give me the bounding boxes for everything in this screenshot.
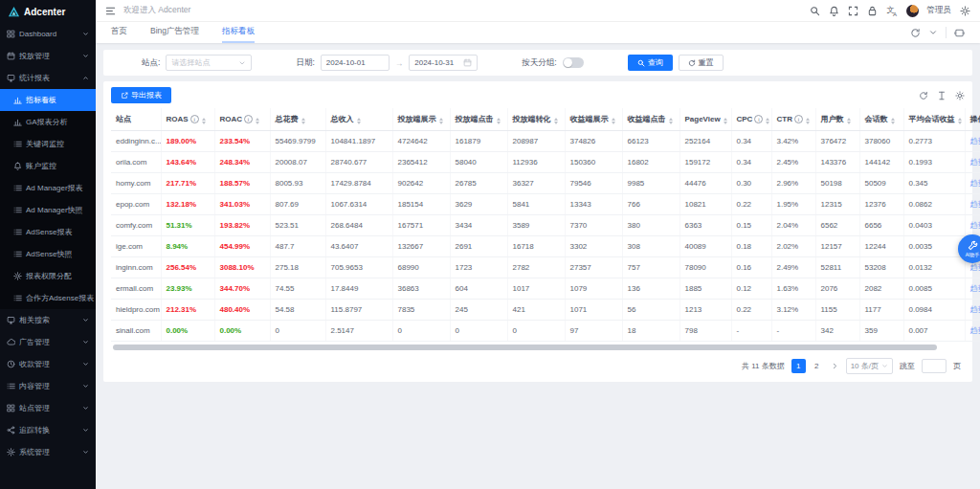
next-page-button[interactable]	[831, 362, 839, 370]
lock-icon[interactable]	[867, 6, 878, 16]
trend-link[interactable]: 趋势	[970, 137, 980, 145]
cell-收益端展示: 150360	[565, 152, 622, 173]
sidebar-item-收款管理[interactable]: 收款管理	[0, 353, 96, 375]
sort-icon[interactable]	[891, 118, 895, 124]
column-header[interactable]: 收益端展示	[565, 108, 622, 131]
page-number-2[interactable]: 2	[810, 359, 824, 373]
sort-icon[interactable]	[669, 118, 673, 124]
sidebar-item-广告管理[interactable]: 广告管理	[0, 331, 96, 353]
column-header[interactable]: PageView	[679, 108, 731, 131]
sort-icon[interactable]	[806, 118, 810, 124]
sidebar-item-统计报表[interactable]: 统计报表	[0, 67, 96, 89]
gear-icon[interactable]	[955, 91, 965, 100]
trend-link[interactable]: 趋势	[970, 200, 980, 209]
sidebar-item-投放管理[interactable]: 投放管理	[0, 45, 96, 67]
sidebar-item-Dashboard[interactable]: Dashboard	[0, 23, 96, 45]
info-icon[interactable]: i	[244, 115, 253, 123]
column-header[interactable]: CPCi	[731, 108, 771, 131]
sidebar-item-Ad Manager报表[interactable]: Ad Manager报表	[0, 177, 96, 199]
info-icon[interactable]: i	[794, 115, 803, 123]
cell-CTR: 2.04%	[771, 215, 815, 236]
sort-icon[interactable]	[847, 118, 851, 124]
sidebar-item-站点管理[interactable]: 站点管理	[0, 397, 96, 419]
chevron-down-icon[interactable]	[928, 28, 938, 37]
trend-link[interactable]: 趋势	[970, 263, 980, 272]
sort-icon[interactable]	[439, 118, 443, 124]
sidebar-item-label: 投放管理	[19, 51, 50, 61]
jump-page-input[interactable]	[922, 359, 947, 373]
search-button[interactable]: 查询	[628, 55, 673, 71]
hamburger-menu-icon[interactable]	[105, 6, 116, 16]
sort-icon[interactable]	[612, 118, 615, 124]
column-label: 投放端展示	[398, 115, 436, 123]
sort-icon[interactable]	[301, 118, 305, 124]
sidebar-item-内容管理[interactable]: 内容管理	[0, 375, 96, 397]
trend-link[interactable]: 趋势	[970, 221, 980, 230]
column-header[interactable]: 总花费	[270, 108, 325, 131]
avatar[interactable]	[906, 5, 919, 17]
sidebar-item-报表权限分配[interactable]: 报表权限分配	[0, 265, 96, 287]
date-to-input[interactable]: 2024-10-31	[409, 55, 478, 71]
sidebar-item-AdSense报表[interactable]: AdSense报表	[0, 221, 96, 243]
column-header[interactable]: 投放端点击	[450, 108, 507, 131]
divider	[946, 27, 947, 38]
row-height-icon[interactable]	[937, 91, 947, 100]
column-header[interactable]: 总收入	[325, 108, 392, 131]
gear-icon[interactable]	[960, 6, 970, 16]
trend-link[interactable]: 趋势	[970, 305, 980, 314]
site-select[interactable]: 请选择站点	[166, 55, 252, 71]
trend-link[interactable]: 趋势	[970, 284, 980, 293]
sort-icon[interactable]	[724, 118, 727, 124]
info-icon[interactable]: i	[190, 115, 199, 123]
info-icon[interactable]: i	[754, 115, 763, 123]
column-header[interactable]: 投放端转化	[507, 108, 565, 131]
sort-icon[interactable]	[256, 118, 259, 124]
sort-icon[interactable]	[958, 118, 962, 124]
date-from-input[interactable]: 2024-10-01	[321, 55, 390, 71]
trend-link[interactable]: 趋势	[970, 158, 980, 167]
maximize-icon[interactable]	[954, 28, 965, 38]
tab-指标看板[interactable]: 指标看板	[222, 22, 255, 43]
sort-icon[interactable]	[357, 118, 361, 124]
sidebar-item-AdSense快照[interactable]: AdSense快照	[0, 243, 96, 265]
column-header[interactable]: CTRi	[771, 108, 815, 131]
sidebar-item-指标看板[interactable]: 指标看板	[0, 89, 96, 111]
tab-Bing广告管理[interactable]: Bing广告管理	[150, 22, 199, 43]
trend-link[interactable]: 趋势	[970, 179, 980, 188]
sidebar-item-相关搜索[interactable]: 相关搜索	[0, 309, 96, 331]
translate-icon[interactable]: 文A	[886, 5, 898, 16]
sort-icon[interactable]	[202, 118, 206, 124]
group-by-day-toggle[interactable]	[563, 57, 584, 68]
fullscreen-icon[interactable]	[848, 6, 858, 16]
tab-首页[interactable]: 首页	[111, 22, 127, 43]
sidebar-item-关键词监控[interactable]: 关键词监控	[0, 133, 96, 155]
sidebar-item-Ad Manager快照[interactable]: Ad Manager快照	[0, 199, 96, 221]
gear-icon	[7, 448, 15, 456]
sidebar-item-账户监控[interactable]: 账户监控	[0, 155, 96, 177]
sidebar-item-系统管理[interactable]: 系统管理	[0, 441, 96, 463]
refresh-icon[interactable]	[910, 28, 921, 38]
cell-ROAS: 189.00%	[161, 131, 214, 152]
column-header[interactable]: 收益端点击	[622, 108, 679, 131]
column-header[interactable]: ROASi	[161, 108, 214, 131]
ai-assistant-button[interactable]: AI助手	[958, 234, 980, 263]
sidebar-item-追踪转换[interactable]: 追踪转换	[0, 419, 96, 441]
refresh-icon[interactable]	[919, 91, 928, 100]
page-size-select[interactable]: 10 条/页	[846, 358, 893, 374]
sort-icon[interactable]	[766, 118, 769, 124]
search-icon[interactable]	[810, 6, 820, 16]
column-header[interactable]: 会话数	[859, 108, 903, 131]
column-header[interactable]: 投放端展示	[392, 108, 450, 131]
column-header[interactable]: 用户数	[815, 108, 859, 131]
reset-button[interactable]: 重置	[679, 55, 724, 71]
column-header[interactable]: 平均会话收益	[903, 108, 965, 131]
export-report-button[interactable]: 导出报表	[111, 87, 171, 103]
trend-link[interactable]: 趋势	[970, 326, 980, 335]
sort-icon[interactable]	[497, 118, 501, 124]
column-header[interactable]: ROACi	[214, 108, 270, 131]
sidebar-item-合作方Adsense报表[interactable]: 合作方Adsense报表	[0, 287, 96, 309]
page-number-1[interactable]: 1	[791, 359, 806, 373]
bell-icon[interactable]	[829, 6, 839, 16]
sort-icon[interactable]	[554, 118, 558, 124]
sidebar-item-GA报表分析[interactable]: GA报表分析	[0, 111, 96, 133]
